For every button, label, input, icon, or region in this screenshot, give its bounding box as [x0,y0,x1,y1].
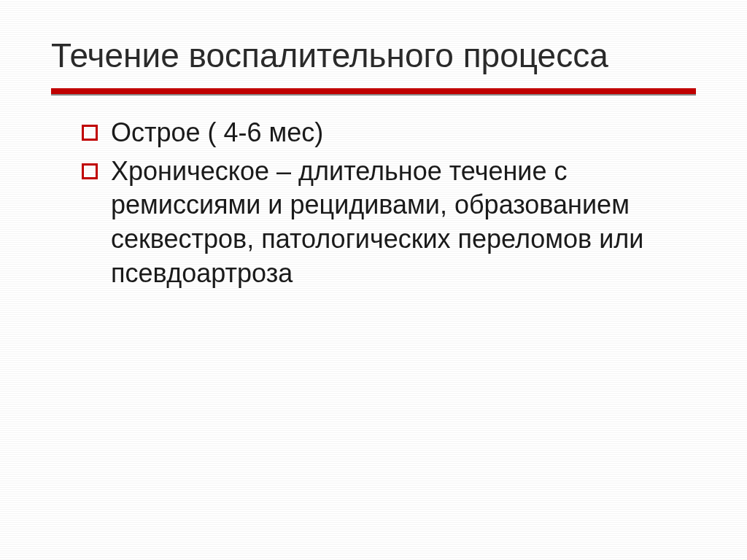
bullet-text: Хроническое – длительное течение с ремис… [111,155,696,291]
square-bullet-icon [82,163,98,179]
bullet-text: Острое ( 4-6 мес) [111,116,696,150]
title-divider [51,88,696,96]
slide-content: Острое ( 4-6 мес) Хроническое – длительн… [51,116,696,291]
list-item: Хроническое – длительное течение с ремис… [82,155,696,291]
square-bullet-icon [82,125,98,141]
list-item: Острое ( 4-6 мес) [82,116,696,150]
slide-title: Течение воспалительного процесса [51,36,696,75]
